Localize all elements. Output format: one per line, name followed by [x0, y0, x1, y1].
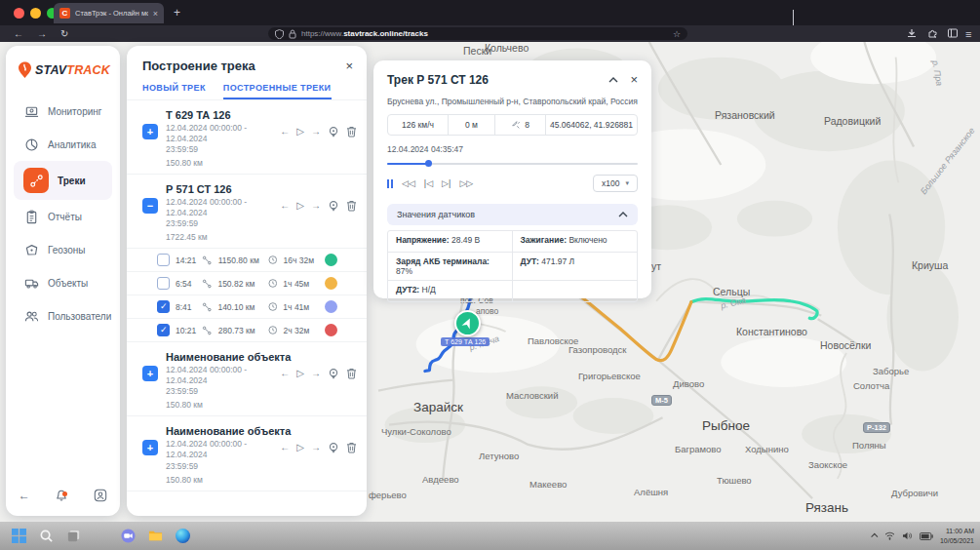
volume-icon[interactable]: [902, 531, 913, 540]
locate-track-icon[interactable]: [328, 200, 339, 212]
vehicle-track-label[interactable]: Т 629 ТА 126: [441, 337, 490, 346]
wifi-icon[interactable]: [884, 531, 895, 540]
collapse-panel-icon[interactable]: [608, 77, 618, 83]
delete-track-icon[interactable]: [346, 442, 357, 453]
taskbar-clock[interactable]: 11:00 AM 10/05/2021: [940, 527, 974, 545]
track-list-item[interactable]: + Наименование объекта 12.04.2024 00:00:…: [127, 341, 367, 415]
delete-track-icon[interactable]: [346, 200, 357, 212]
track-name: Наименование объекта: [166, 425, 353, 437]
satellite-icon: [511, 120, 521, 130]
browser-tab[interactable]: С СтавТрэк - Онлайн мониторинг ×: [54, 3, 164, 23]
tab-close-icon[interactable]: ×: [153, 9, 158, 19]
playback-slider[interactable]: [387, 160, 638, 167]
next-track-button[interactable]: →: [311, 369, 321, 378]
map-label: М-5: [651, 395, 672, 406]
play-track-button[interactable]: ▷: [296, 443, 304, 452]
search-icon[interactable]: [38, 528, 55, 544]
hidden-icons-chevron[interactable]: [871, 533, 878, 540]
reload-button[interactable]: ↻: [60, 28, 68, 39]
window-close-button[interactable]: [14, 8, 24, 19]
segment-checkbox[interactable]: [157, 254, 170, 266]
expand-track-button[interactable]: +: [142, 366, 158, 381]
segment-distance: 140.10 км: [217, 302, 261, 312]
sidebar-item-analytics[interactable]: Аналитика: [14, 128, 112, 161]
play-track-button[interactable]: ▷: [296, 369, 304, 378]
detail-close-icon[interactable]: ×: [630, 72, 638, 87]
prev-track-button[interactable]: ←: [280, 127, 290, 137]
segment-row[interactable]: 14:21 1150.80 км 16ч 32м: [127, 248, 367, 271]
teams-chat-icon[interactable]: [120, 528, 137, 544]
vehicle-marker[interactable]: [454, 310, 481, 336]
shield-icon[interactable]: [275, 29, 284, 39]
new-tab-button[interactable]: +: [174, 6, 180, 20]
track-list-item[interactable]: − Р 571 СТ 126 12.04.2024 00:00:00 - 12.…: [127, 174, 367, 248]
map-label: Поляны: [852, 440, 886, 451]
track-list-item[interactable]: + Т 629 ТА 126 12.04.2024 00:00:00 - 12.…: [127, 99, 367, 174]
bookmark-star-icon[interactable]: ☆: [673, 29, 681, 39]
expand-track-button[interactable]: +: [142, 440, 158, 455]
play-track-button[interactable]: ▷: [296, 201, 304, 211]
task-view-icon[interactable]: [65, 528, 82, 544]
night-mode-icon[interactable]: [93, 528, 109, 544]
segment-start-time: 14:21: [176, 255, 196, 265]
sidebar-item-geozones[interactable]: Геозоны: [14, 233, 112, 266]
sidebar-toggle-icon[interactable]: [948, 28, 958, 38]
track-list-item[interactable]: + Наименование объекта 12.04.2024 00:00:…: [127, 415, 367, 490]
collapse-sensors-icon[interactable]: [618, 212, 628, 217]
locate-track-icon[interactable]: [328, 126, 339, 138]
url-bar[interactable]: https://www.stavtrack.online/tracks ☆: [268, 27, 687, 40]
segment-row[interactable]: 8:41 140.10 км 1ч 41м: [127, 295, 367, 318]
expand-track-button[interactable]: +: [142, 124, 158, 139]
next-track-button[interactable]: →: [311, 127, 321, 137]
menu-icon[interactable]: ≡: [965, 28, 971, 40]
battery-icon[interactable]: [920, 532, 933, 540]
tab-new-track[interactable]: НОВЫЙ ТРЕК: [142, 83, 206, 99]
delete-track-icon[interactable]: [346, 126, 357, 138]
sidebar-item-tracks[interactable]: Треки: [14, 161, 112, 200]
sidebar-item-objects[interactable]: Объекты: [14, 266, 112, 299]
play-track-button[interactable]: ▷: [296, 127, 304, 137]
next-track-button[interactable]: →: [311, 201, 321, 211]
back-button[interactable]: ←: [14, 28, 23, 39]
forward-button[interactable]: →: [37, 28, 47, 39]
prev-track-button[interactable]: ←: [280, 369, 290, 378]
delete-track-icon[interactable]: [346, 368, 357, 379]
sidebar-item-users[interactable]: Пользователи: [14, 299, 112, 333]
collapse-sidebar-button[interactable]: ←: [19, 489, 30, 502]
edge-browser-icon[interactable]: [175, 528, 191, 544]
slider-handle[interactable]: [425, 160, 432, 167]
step-back-button[interactable]: |◁: [424, 179, 433, 188]
collapse-track-button[interactable]: −: [142, 198, 158, 214]
segment-checkbox[interactable]: [157, 324, 170, 336]
notifications-bell-button[interactable]: [55, 489, 68, 502]
prev-track-button[interactable]: ←: [280, 201, 290, 211]
prev-track-button[interactable]: ←: [280, 443, 290, 452]
sensors-accordion-header[interactable]: Значения датчиков: [387, 204, 638, 225]
window-minimize-button[interactable]: [30, 8, 41, 19]
fast-forward-button[interactable]: ▷▷: [459, 179, 473, 188]
locate-track-icon[interactable]: [328, 368, 339, 379]
tab-built-tracks[interactable]: ПОСТРОЕННЫЕ ТРЕКИ: [223, 83, 332, 99]
sidebar-item-label: Пользователи: [48, 311, 111, 322]
segment-row[interactable]: 6:54 150.82 км 1ч 45м: [127, 271, 367, 295]
panel-close-icon[interactable]: ×: [345, 59, 353, 73]
segment-checkbox[interactable]: [157, 277, 170, 290]
segment-checkbox[interactable]: [157, 300, 170, 313]
profile-button[interactable]: [94, 489, 107, 502]
locate-track-icon[interactable]: [328, 442, 339, 453]
map-label: Зарайск: [413, 400, 463, 414]
start-button[interactable]: [11, 528, 27, 544]
step-forward-button[interactable]: ▷|: [442, 179, 451, 188]
logo-wordmark: STAVTRACK: [35, 63, 110, 77]
pause-button[interactable]: [387, 179, 393, 188]
extensions-icon[interactable]: [928, 28, 938, 38]
sidebar-item-reports[interactable]: Отчёты: [14, 200, 112, 233]
file-explorer-icon[interactable]: [147, 528, 164, 544]
track-name: Наименование объекта: [166, 351, 353, 363]
segment-row[interactable]: 10:21 280.73 км 2ч 32м: [127, 318, 367, 341]
downloads-icon[interactable]: [907, 28, 917, 38]
sidebar-item-monitoring[interactable]: Мониторинг: [14, 95, 112, 128]
rewind-button[interactable]: ◁◁: [402, 179, 415, 188]
speed-multiplier-select[interactable]: x100▾: [593, 175, 638, 192]
next-track-button[interactable]: →: [311, 443, 321, 452]
